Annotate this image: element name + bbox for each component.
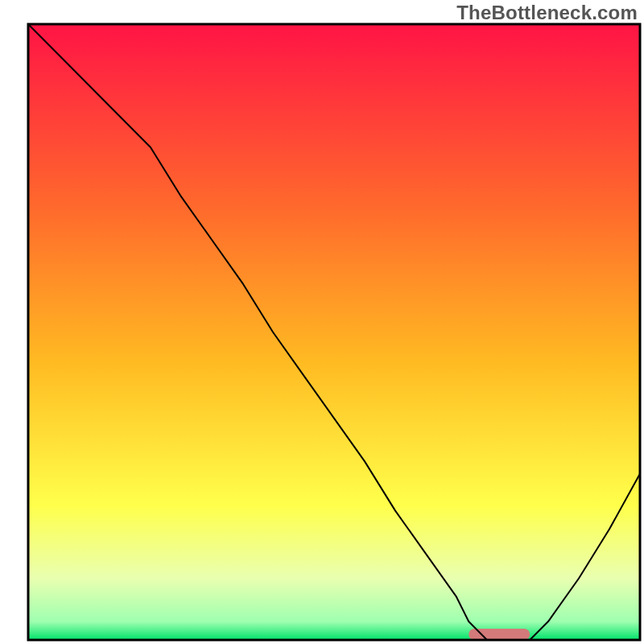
- bottleneck-chart: [0, 0, 644, 644]
- chart-container: { "watermark": "TheBottleneck.com", "cha…: [0, 0, 644, 644]
- watermark-text: TheBottleneck.com: [456, 2, 638, 24]
